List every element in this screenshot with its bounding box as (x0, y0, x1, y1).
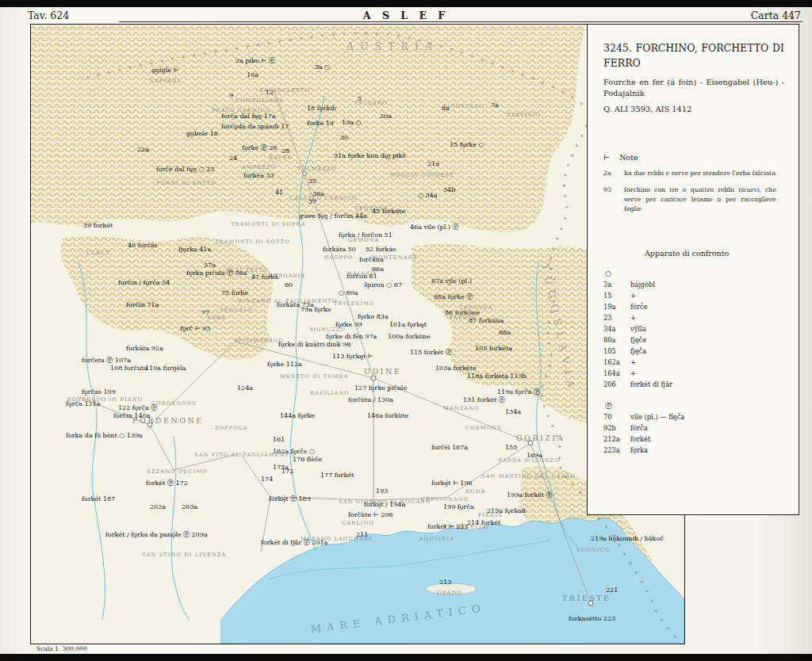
apparato-item: 3ahájgòbl (603, 279, 787, 290)
place-label: SPILIMBERGO (234, 338, 284, 344)
map-point-label: 131 forkét Ⓟ (463, 397, 505, 403)
apparato-item-number: 212a (603, 434, 630, 445)
map-point-label: forčin 71a (126, 302, 159, 308)
map-point-label: 219a hǫ̂kounik / bâkoč (591, 536, 664, 542)
map-point-label: 2a piko ⊢ Ⓟ (236, 58, 275, 64)
apparato-item: 164a+ (603, 368, 787, 379)
atlas-page: { "header": {"left": "Tav. 624", "center… (0, 0, 812, 661)
map-number: Carta 447 (751, 10, 801, 21)
map-point-label: forkę́t Ⓟ 189 (269, 496, 311, 502)
map-point-label: gǫbele 16 (186, 131, 218, 137)
map-point-label: 134a (505, 409, 521, 415)
apparato-item-form: fórča (630, 422, 648, 434)
map-point-label: 12 (266, 90, 274, 96)
map-point-label: 101a fǫrkęt (389, 322, 427, 328)
apparato-item-form: fjęče (630, 334, 646, 346)
map-point-label: 6a (442, 105, 450, 112)
place-label: CLAUT (86, 250, 110, 256)
map-point-label: 211 (356, 532, 368, 538)
note-number: 93 (603, 185, 624, 214)
map-point-label: 127 fǫrke pič̣ule (354, 385, 407, 392)
scan-black-bar-bottom (0, 654, 812, 661)
scan-black-bar-top (0, 0, 812, 7)
map-point-label: 45 forkúte (372, 208, 405, 215)
note-flag-icon: ⊢ (603, 153, 610, 162)
map-point-label: fǫrke 83a (358, 314, 389, 320)
region-label: MARE ADRIATICO (310, 602, 486, 636)
apparato-item: 206forkét di fjâr (603, 379, 787, 390)
map-point-label: 35 (308, 178, 316, 185)
map-point-label: 15 fǫrke ○ (450, 142, 484, 148)
apparato-item: 34avȳlla (603, 323, 787, 334)
place-label: CORMONS (465, 426, 502, 431)
map-point-label: forkasétto 223 (569, 616, 615, 622)
map-point-label: 161 (273, 437, 285, 443)
legend-title: 3245. FORCHINO, FORCHETTO DI FERRO (603, 40, 784, 71)
map-point-label: 215a fǫrkaŭ (487, 508, 526, 514)
map-point-label: 172 (282, 468, 293, 475)
map-point-label: forka da fò bènt ○ 139a (66, 433, 143, 439)
map-point-label: 87 forkúna (469, 318, 504, 324)
map-point-label: 75 forkè (221, 290, 248, 296)
map-point-label: forčon 61 (347, 273, 377, 280)
map-point-label: 20a (380, 113, 392, 120)
map-point-label: fǫrke 112a (267, 361, 302, 368)
legend-note-item: 2aha due rebbi e serve per stendere l'er… (603, 169, 787, 178)
legend-reference: Q. ALI 3593, AIS 1412 (603, 105, 787, 113)
apparato-item-form: + (630, 357, 636, 368)
map-point-label: fǫrĉ ⊢ 93 (180, 326, 210, 332)
map-point-label: 39 forkét (83, 223, 113, 229)
place-label: CARLINO (342, 521, 374, 526)
map-point-label: fǫrčas 109 (82, 389, 116, 395)
map-point-label: forkāta 50 (323, 246, 356, 253)
map-point-label: 47 forkâ (251, 274, 278, 281)
map-point-label: 122 fǫrč̣a Ⓟ (118, 405, 157, 411)
map-point-label: forčin 140a (113, 413, 150, 419)
map-point-label: 36a (312, 191, 324, 197)
map-point-label: 221 (606, 587, 618, 594)
map-point-label: 18 fǫrkib (307, 105, 336, 112)
map-point-label: 146a forkùte (367, 413, 408, 419)
map-point-label: 176 flèče (293, 457, 322, 463)
note-text: ha due rebbi e serve per stendere l'erba… (624, 169, 776, 178)
map-point-label: ○ 34a (418, 193, 437, 199)
place-label: COMEGLIANS (236, 98, 284, 104)
legend-notes: 2aha due rebbi e serve per stendere l'er… (603, 169, 787, 214)
place-label: MERETO DI TOMBA (280, 374, 348, 380)
place-label: TOLMEZZO (297, 166, 336, 172)
legend-subtitle: Fourche en fer (á foin) - Eisengabel (He… (603, 77, 784, 99)
map-point-label: 10a (247, 72, 259, 78)
map-point-label: forkę̀t / 194a (364, 502, 405, 508)
map-point-label: forčeta Ⓟ 107a (82, 357, 131, 364)
apparato-item: 23+ (603, 312, 787, 323)
map-point-label: 9 (229, 93, 233, 99)
map-point-label: 46a vile (pl.) Ⓟ (410, 224, 458, 231)
place-label: SAN MARTINO DEL CARSO (481, 474, 576, 480)
map-point-label: 124a (237, 385, 253, 392)
apparato-item: 212aforkét (603, 434, 787, 445)
legend-note-item: 93forchino con tre o quattro rebbi ricur… (603, 185, 787, 214)
place-label: SAN STINO DI LIVENZA (142, 552, 226, 558)
map-point-label: 86 forkóne (445, 310, 480, 316)
apparato-item-number: 15 (603, 290, 630, 301)
map-point-label: 21a (427, 161, 439, 167)
legend-apparato-groups: ○3ahájgòbl15+19afórče23+34avȳlla80afjęče… (603, 268, 787, 456)
map-point-label: forkét ⊢ 212 (427, 524, 469, 530)
apparato-item: 70vile (pl.) — flęča (603, 411, 787, 422)
place-label: CORDENONS (151, 401, 197, 407)
apparato-item-form: forkét (630, 434, 650, 445)
map-point-label: fǫrke di fēn 97a (326, 334, 377, 340)
place-label: GORIZIA (516, 434, 565, 442)
map-scale: Scala 1: 300.000 (36, 645, 87, 652)
apparato-item-form: forkét di fjâr (630, 379, 672, 390)
map-point-label: 19a ○ (342, 120, 361, 126)
map-point-label: 103a forkète (435, 365, 477, 372)
map-point-label: 3a ○ (315, 64, 330, 71)
map-point-label: 7a (491, 102, 499, 109)
map-point-label: 30 (340, 135, 348, 141)
map-point-label: 177 forkét (320, 472, 354, 479)
place-label: TARVISIO (507, 113, 541, 118)
legend-apparato-title: Apparato di confronto (645, 249, 787, 258)
map-point-label: 100a forkòne (388, 334, 431, 340)
map-point-label: forkét Ⓟ 172 (146, 480, 188, 487)
